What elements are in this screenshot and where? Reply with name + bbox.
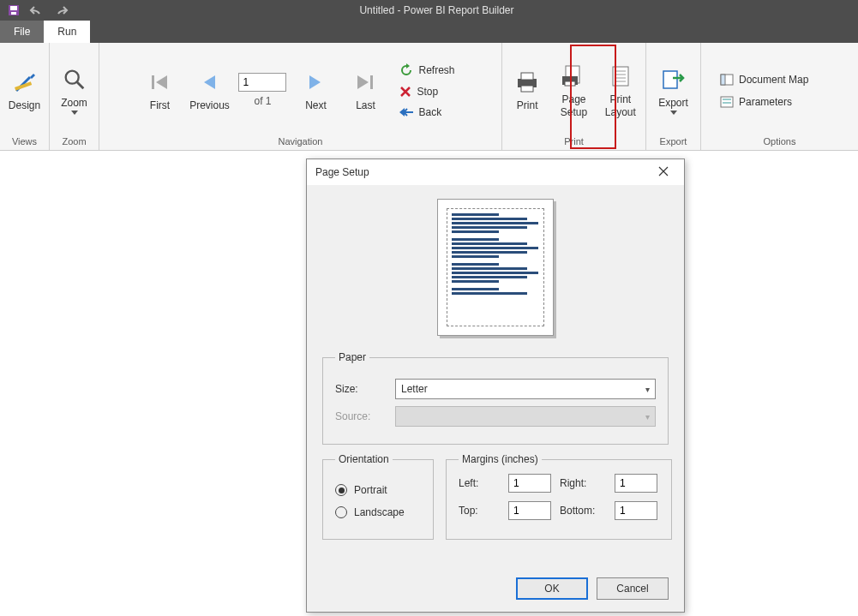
svg-rect-9 xyxy=(521,73,533,80)
cancel-button[interactable]: Cancel xyxy=(597,577,669,600)
previous-icon xyxy=(195,69,223,96)
margins-legend: Margins (inches) xyxy=(459,453,542,465)
margin-bottom-input[interactable] xyxy=(615,501,657,520)
chevron-down-icon xyxy=(670,111,677,115)
document-map-icon xyxy=(720,73,734,87)
zoom-icon xyxy=(61,66,88,93)
tab-run[interactable]: Run xyxy=(44,21,90,43)
back-label: Back xyxy=(418,106,441,118)
last-button[interactable]: Last xyxy=(345,65,386,115)
chevron-down-icon: ▾ xyxy=(645,412,650,422)
export-icon xyxy=(660,66,687,93)
page-number-input[interactable] xyxy=(238,73,286,92)
margin-left-label: Left: xyxy=(459,477,501,489)
dialog-titlebar: Page Setup xyxy=(307,159,684,185)
margin-left-input[interactable] xyxy=(508,474,551,493)
ok-button[interactable]: OK xyxy=(516,577,588,600)
print-layout-label-2: Layout xyxy=(605,106,636,118)
tab-file[interactable]: File xyxy=(0,21,44,43)
paper-size-select[interactable]: Letter ▾ xyxy=(395,379,656,399)
margin-top-label: Top: xyxy=(459,505,501,517)
orientation-legend: Orientation xyxy=(335,453,393,465)
design-label: Design xyxy=(9,99,40,111)
svg-rect-6 xyxy=(152,75,154,89)
refresh-button[interactable]: Refresh xyxy=(396,62,458,79)
paper-source-select: ▾ xyxy=(395,406,656,427)
ok-label: OK xyxy=(544,583,559,595)
page-preview xyxy=(437,199,554,336)
next-button[interactable]: Next xyxy=(295,65,336,115)
svg-point-4 xyxy=(65,70,78,83)
size-label: Size: xyxy=(335,383,387,395)
page-setup-label-2: Setup xyxy=(561,106,587,118)
parameters-icon xyxy=(720,95,734,109)
margins-group: Margins (inches) Left: Right: Top: Botto… xyxy=(446,453,672,540)
print-layout-icon xyxy=(607,63,634,90)
app-title: Untitled - Power BI Report Builder xyxy=(69,4,856,16)
document-map-button[interactable]: Document Map xyxy=(717,71,812,88)
document-map-label: Document Map xyxy=(739,74,808,86)
page-setup-icon xyxy=(560,63,587,90)
paper-legend: Paper xyxy=(335,351,369,363)
print-layout-button[interactable]: Print Layout xyxy=(601,59,640,122)
save-icon[interactable] xyxy=(7,3,21,17)
print-label: Print xyxy=(517,99,538,111)
group-options-label: Options xyxy=(706,135,853,148)
svg-rect-23 xyxy=(723,99,731,100)
page-setup-label-1: Page xyxy=(561,93,585,105)
stop-label: Stop xyxy=(417,86,438,98)
next-icon xyxy=(302,69,329,96)
undo-icon[interactable] xyxy=(29,3,45,17)
svg-rect-1 xyxy=(10,6,17,10)
paper-size-value: Letter xyxy=(401,383,428,395)
back-icon xyxy=(399,106,413,118)
orientation-landscape-radio[interactable]: Landscape xyxy=(335,506,421,518)
previous-button[interactable]: Previous xyxy=(189,65,230,115)
svg-rect-24 xyxy=(723,102,731,104)
margin-right-input[interactable] xyxy=(615,474,657,493)
stop-button[interactable]: Stop xyxy=(396,84,458,99)
export-button[interactable]: Export xyxy=(651,63,695,118)
svg-line-5 xyxy=(76,82,83,89)
group-navigation-label: Navigation xyxy=(105,135,496,148)
quick-access-toolbar xyxy=(2,3,69,17)
next-label: Next xyxy=(305,99,327,111)
first-button[interactable]: First xyxy=(139,65,180,115)
group-print-label: Print xyxy=(507,135,640,148)
ribbon: Design Views Zoom Zoom F xyxy=(0,43,858,151)
design-icon xyxy=(11,69,39,96)
dialog-title: Page Setup xyxy=(315,166,369,178)
source-label: Source: xyxy=(335,410,387,422)
print-layout-label-1: Print xyxy=(609,93,631,105)
svg-rect-19 xyxy=(663,71,677,88)
paper-group: Paper Size: Letter ▾ Source: ▾ xyxy=(322,351,669,445)
printer-icon xyxy=(513,69,541,96)
first-label: First xyxy=(150,99,170,111)
group-export-label: Export xyxy=(651,135,695,148)
group-zoom-label: Zoom xyxy=(55,135,93,148)
titlebar: Untitled - Power BI Report Builder xyxy=(0,0,858,21)
refresh-label: Refresh xyxy=(418,64,454,76)
ribbon-tabs: File Run xyxy=(0,21,858,43)
svg-rect-13 xyxy=(565,81,575,86)
svg-rect-10 xyxy=(521,86,533,92)
redo-icon[interactable] xyxy=(53,3,69,17)
zoom-button[interactable]: Zoom xyxy=(55,63,93,118)
orientation-portrait-radio[interactable]: Portrait xyxy=(335,484,421,496)
refresh-icon xyxy=(399,63,413,77)
margin-right-label: Right: xyxy=(560,477,608,489)
stop-icon xyxy=(399,86,411,98)
chevron-down-icon xyxy=(71,111,78,115)
page-setup-dialog: Page Setup xyxy=(306,158,685,613)
back-button[interactable]: Back xyxy=(396,105,458,120)
page-setup-button[interactable]: Page Setup xyxy=(554,59,593,122)
design-button[interactable]: Design xyxy=(5,65,44,115)
portrait-label: Portrait xyxy=(354,484,387,496)
print-button[interactable]: Print xyxy=(507,65,547,115)
margin-top-input[interactable] xyxy=(508,501,551,520)
previous-label: Previous xyxy=(189,99,230,111)
dialog-close-button[interactable] xyxy=(651,160,675,184)
parameters-button[interactable]: Parameters xyxy=(717,93,812,111)
cancel-label: Cancel xyxy=(616,583,648,595)
group-views-label: Views xyxy=(5,135,44,148)
